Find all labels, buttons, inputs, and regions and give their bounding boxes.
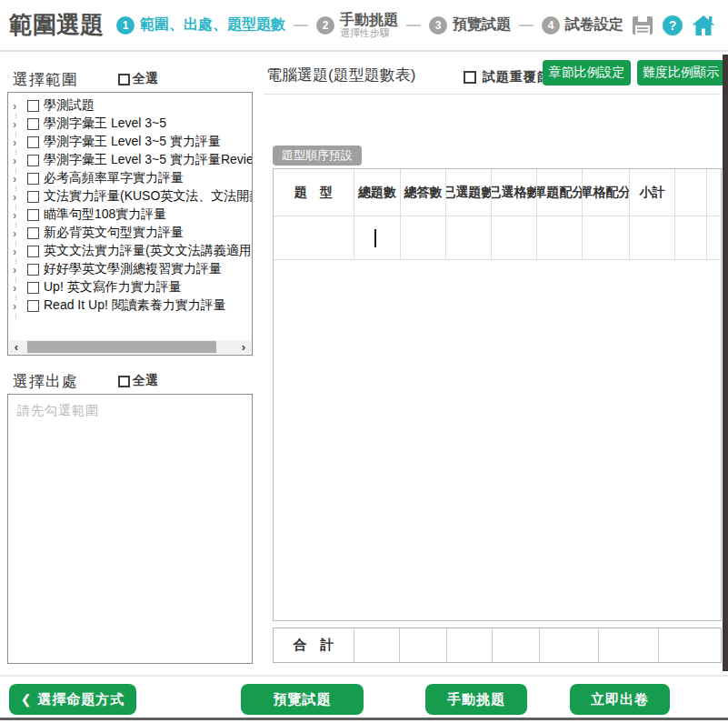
tree-item[interactable]: 必考高頻率單字實力評量 — [8, 169, 252, 187]
panel-divider — [264, 94, 721, 95]
expand-arrow-icon[interactable] — [13, 281, 25, 295]
step-2-label: 手動挑題 — [340, 12, 398, 27]
source-select-all-checkbox[interactable] — [118, 376, 130, 387]
save-icon[interactable] — [632, 15, 653, 35]
step-1[interactable]: 1 範圍、出處、題型題數 — [116, 15, 285, 35]
tree-item[interactable]: 新必背英文句型實力評量 — [8, 224, 252, 242]
table-row — [274, 216, 721, 260]
column-header-filler — [707, 169, 721, 216]
expand-arrow-icon[interactable] — [13, 172, 25, 186]
range-select-all[interactable]: 全選 — [118, 71, 158, 87]
tree-item-checkbox[interactable] — [27, 246, 39, 257]
step-2[interactable]: 2 手動挑題 選擇性步驟 — [316, 12, 398, 39]
scrollbar-track[interactable] — [24, 340, 236, 354]
expand-arrow-icon[interactable] — [13, 190, 25, 204]
table-cell-input[interactable] — [630, 216, 675, 259]
tree-item-checkbox[interactable] — [27, 282, 39, 294]
page-title: 範圍選題 — [9, 0, 104, 50]
expand-arrow-icon[interactable] — [13, 99, 25, 113]
back-button[interactable]: 選擇命題方式 — [9, 684, 136, 715]
tree-item-checkbox[interactable] — [27, 264, 39, 276]
totals-cell — [540, 628, 599, 662]
tree-item-checkbox[interactable] — [27, 300, 39, 312]
window-right-edge — [723, 55, 728, 671]
tree-item-checkbox[interactable] — [27, 118, 39, 130]
tree-item[interactable]: 英文文法實力評量(英文文法講義適用) — [8, 242, 252, 260]
table-cell-input[interactable] — [583, 216, 630, 259]
home-icon[interactable] — [692, 15, 715, 36]
tree-item-checkbox[interactable] — [27, 191, 39, 203]
back-button-label: 選擇命題方式 — [37, 691, 125, 708]
tree-item-checkbox[interactable] — [27, 136, 39, 148]
tree-item[interactable]: 瞄準句型108實力評量 — [8, 206, 252, 224]
expand-arrow-icon[interactable] — [13, 226, 25, 240]
column-header-points-per-question: 單題配分 — [537, 169, 583, 216]
column-header-type: 題 型 — [274, 169, 354, 216]
chapter-ratio-button[interactable]: 章節比例設定 — [543, 60, 631, 85]
table-cell-input[interactable] — [492, 216, 537, 259]
tree-item[interactable]: 學測試題 — [8, 96, 252, 115]
column-header-total-answers: 總答數 — [401, 169, 446, 216]
step-2-circle: 2 — [316, 16, 334, 35]
step-separator — [294, 25, 308, 26]
tree-item-checkbox[interactable] — [27, 227, 39, 239]
source-section-header: 選擇出處 全選 — [13, 371, 253, 391]
scroll-left-arrow-icon[interactable] — [9, 340, 24, 354]
totals-label: 合 計 — [274, 628, 354, 662]
manual-pick-button[interactable]: 手動挑題 — [425, 684, 527, 715]
tree-item[interactable]: 學測字彙王 Level 3~5 實力評量 — [8, 133, 252, 151]
step-3[interactable]: 3 預覽試題 — [429, 15, 511, 35]
totals-cell — [400, 628, 447, 662]
step-4-label: 試卷設定 — [565, 15, 623, 35]
table-cell-input[interactable] — [354, 216, 401, 259]
tree-item[interactable]: 好好學英文學測總複習實力評量 — [8, 260, 252, 278]
footer-divider — [0, 675, 728, 677]
range-select-all-label: 全選 — [133, 71, 158, 87]
tree-item[interactable]: 學測字彙王 Level 3~5 — [8, 115, 252, 133]
horizontal-scrollbar[interactable] — [9, 340, 251, 354]
range-select-all-checkbox[interactable] — [118, 74, 130, 85]
tree-item[interactable]: Up! 英文寫作力實力評量 — [8, 278, 252, 296]
scrollbar-thumb[interactable] — [27, 341, 216, 353]
help-icon[interactable]: ? — [663, 15, 683, 35]
table-cell-type[interactable] — [274, 216, 354, 259]
table-cell-input[interactable] — [537, 216, 583, 259]
tree-item[interactable]: Read It Up! 閱讀素養力實力評量 — [8, 296, 252, 315]
step-4[interactable]: 4 試卷設定 — [542, 15, 623, 35]
tree-item[interactable]: 文法實力評量(KUSO英文法、文法開麥拉 — [8, 187, 252, 206]
table-cell-input[interactable] — [446, 216, 492, 259]
tree-item[interactable]: 學測字彙王 Level 3~5 實力評量Review — [8, 151, 252, 169]
source-placeholder: 請先勾選範圍 — [17, 403, 99, 417]
expand-arrow-icon[interactable] — [13, 299, 25, 313]
tree-item-checkbox[interactable] — [27, 209, 39, 221]
tree-item-label: 英文文法實力評量(英文文法講義適用) — [44, 243, 253, 259]
expand-arrow-icon[interactable] — [13, 245, 25, 258]
generate-paper-button[interactable]: 立即出卷 — [570, 684, 670, 715]
table-cell-filler — [707, 216, 721, 259]
tree-item-checkbox[interactable] — [27, 100, 39, 112]
question-type-table: 題 型 總題數 總答數 已選題數 已選格數 單題配分 單格配分 小計 — [273, 168, 722, 621]
tree-item-label: 瞄準句型108實力評量 — [44, 206, 166, 223]
type-order-tag[interactable]: 題型順序預設 — [273, 146, 362, 166]
expand-arrow-icon[interactable] — [13, 154, 25, 167]
range-title: 選擇範圍 — [13, 69, 78, 90]
scroll-right-arrow-icon[interactable] — [236, 340, 251, 354]
tree-item-checkbox[interactable] — [27, 173, 39, 185]
preview-questions-button[interactable]: 預覽試題 — [241, 684, 364, 715]
tree-item-label: 學測字彙王 Level 3~5 實力評量 — [44, 134, 221, 150]
step-3-label: 預覽試題 — [453, 15, 511, 35]
tree-item-checkbox[interactable] — [27, 155, 39, 166]
difficulty-ratio-button[interactable]: 難度比例顯示 — [637, 60, 724, 85]
table-cell-input[interactable] — [401, 216, 446, 259]
range-tree: 學測試題 學測字彙王 Level 3~5 學測字彙王 Level 3~5 實力評… — [7, 92, 253, 356]
range-section-header: 選擇範圍 全選 — [13, 69, 253, 89]
text-caret — [374, 229, 376, 247]
duplicate-filter-checkbox[interactable] — [464, 71, 476, 84]
tree-item-label: 必考高頻率單字實力評量 — [44, 170, 184, 186]
expand-arrow-icon[interactable] — [13, 263, 25, 276]
expand-arrow-icon[interactable] — [13, 208, 25, 222]
tree-item-label: 學測試題 — [44, 97, 95, 114]
source-select-all[interactable]: 全選 — [118, 373, 158, 389]
expand-arrow-icon[interactable] — [13, 136, 25, 149]
expand-arrow-icon[interactable] — [13, 117, 25, 131]
